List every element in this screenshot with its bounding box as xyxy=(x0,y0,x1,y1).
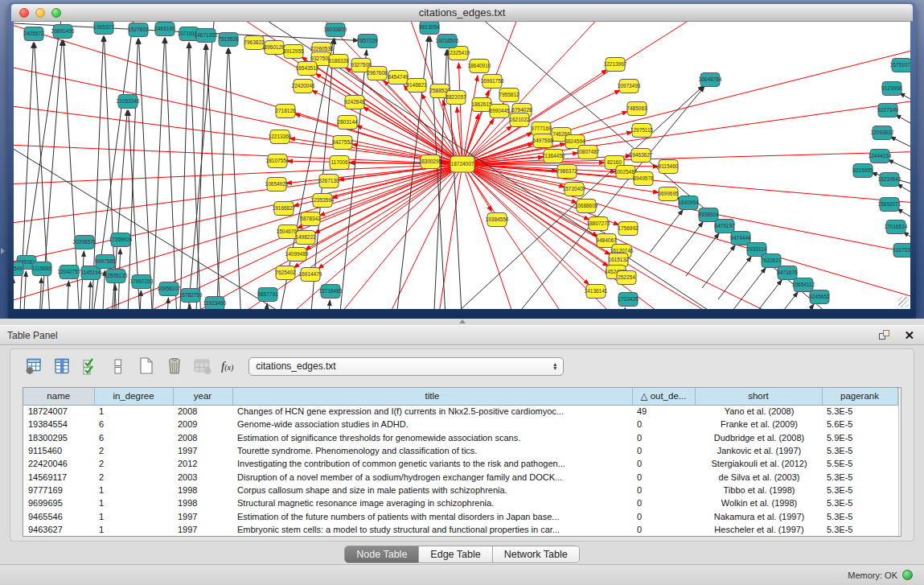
table-cell[interactable]: Franke et al. (2009) xyxy=(695,418,822,431)
graph-node-selected[interactable]: 18107554 xyxy=(266,154,290,168)
table-cell[interactable]: 1998 xyxy=(173,496,232,509)
column-header-title[interactable]: title xyxy=(232,388,632,405)
window-resize-grip[interactable] xyxy=(898,297,909,307)
graph-node[interactable]: 6466160 xyxy=(154,23,175,36)
graph-node[interactable]: 1065327 xyxy=(93,22,114,35)
graph-edge[interactable] xyxy=(179,43,189,309)
graph-node[interactable]: 7857229 xyxy=(357,35,378,48)
table-cell[interactable]: Hescheler et al. (1997) xyxy=(695,523,822,536)
graph-node[interactable]: 16210643 xyxy=(878,173,901,187)
table-cell[interactable]: 0 xyxy=(632,484,695,496)
table-settings-icon[interactable] xyxy=(24,356,43,376)
graph-node-selected[interactable]: 10654925 xyxy=(265,178,289,192)
graph-node-selected[interactable]: 117006 xyxy=(330,156,349,170)
graph-node-selected[interactable]: 19384554 xyxy=(486,213,509,227)
table-row[interactable]: 1872400712008Changes of HCN gene express… xyxy=(23,405,897,418)
table-cell[interactable]: 5.3E-5 xyxy=(822,470,897,483)
graph-node-selected[interactable]: 8822057 xyxy=(446,91,466,105)
deselect-all-icon[interactable] xyxy=(109,356,128,376)
graph-node[interactable]: 9857791 xyxy=(257,288,278,302)
graph-node[interactable]: 9227349 xyxy=(877,104,898,117)
select-all-icon[interactable] xyxy=(80,356,100,376)
graph-edge[interactable] xyxy=(215,48,228,309)
graph-node-selected[interactable]: 10807487 xyxy=(577,146,600,159)
graph-node-selected[interactable]: 9115460 xyxy=(659,160,679,174)
graph-node[interactable]: 21053346 xyxy=(117,95,140,109)
graph-node-selected[interactable]: 9146821 xyxy=(406,79,427,93)
table-cell[interactable]: Estimation of the future numbers of pati… xyxy=(232,509,632,522)
graph-node-selected[interactable]: 7955812 xyxy=(499,89,519,102)
graph-edge[interactable] xyxy=(909,70,910,91)
table-cell[interactable]: 5.5E-5 xyxy=(822,457,897,470)
graph-node-selected[interactable]: 9242848 xyxy=(344,96,365,109)
table-cell[interactable]: 9463627 xyxy=(23,523,94,536)
graph-node-selected[interactable]: 12213967 xyxy=(604,58,627,72)
graph-edge[interactable] xyxy=(890,137,910,160)
graph-node-selected[interactable]: 12325419 xyxy=(447,47,470,60)
table-cell[interactable]: Corpus callosum shape and size in male p… xyxy=(232,484,632,496)
table-cell[interactable]: Investigating the contribution of common… xyxy=(232,457,632,470)
graph-edge[interactable] xyxy=(88,282,91,309)
graph-edge[interactable] xyxy=(650,210,683,253)
graph-node[interactable]: 8813054 xyxy=(419,22,440,35)
graph-edge[interactable] xyxy=(65,281,68,309)
table-row[interactable]: 1830029562008Estimation of significance … xyxy=(23,431,897,444)
graph-node-selected[interactable]: 8912955 xyxy=(283,45,304,59)
graph-node[interactable]: 20891406 xyxy=(51,25,75,39)
graph-node[interactable]: 8215955 xyxy=(852,164,873,178)
graph-node[interactable]: 2405572 xyxy=(23,27,44,41)
table-cell[interactable]: 2 xyxy=(94,470,173,483)
graph-node[interactable]: 15751074 xyxy=(890,59,910,72)
graph-node[interactable]: 15692071 xyxy=(878,198,901,212)
graph-node-selected[interactable]: 8427552 xyxy=(332,136,353,150)
graph-node-selected[interactable]: 7963822 xyxy=(244,36,265,50)
new-table-icon[interactable] xyxy=(137,356,156,376)
graph-node-selected[interactable]: 10688609 xyxy=(575,200,598,213)
graph-node-selected[interactable]: 18724007 xyxy=(450,156,474,172)
table-cell[interactable]: 2008 xyxy=(173,431,232,444)
graph-node-selected[interactable]: 8960128 xyxy=(264,41,285,55)
graph-node[interactable]: 19218506 xyxy=(436,35,459,48)
table-cell[interactable]: 1 xyxy=(94,509,173,522)
table-cell[interactable]: 0 xyxy=(632,509,695,522)
graph-node[interactable]: 15716485 xyxy=(319,285,343,299)
graph-edge[interactable] xyxy=(228,48,243,309)
table-cell[interactable]: 9465546 xyxy=(23,509,94,522)
graph-node-selected[interactable]: 1498222 xyxy=(295,231,316,245)
graph-edge[interactable] xyxy=(670,222,703,265)
table-cell[interactable]: 22420046 xyxy=(23,457,94,470)
column-header-year[interactable]: year xyxy=(173,388,232,405)
graph-edge[interactable] xyxy=(165,38,179,309)
graph-node-selected[interactable]: 7625402 xyxy=(275,266,296,280)
graph-node[interactable]: 9474444 xyxy=(730,232,751,245)
graph-edge[interactable] xyxy=(186,304,190,309)
table-cell[interactable]: de Silva et al. (2003) xyxy=(695,470,822,483)
table-row[interactable]: 969969511998Structural magnetic resonanc… xyxy=(23,496,897,509)
graph-node[interactable]: 9997585 xyxy=(95,255,116,269)
table-row[interactable]: 1938455462009Genome-wide association stu… xyxy=(23,418,897,431)
table-vertical-scrollbar[interactable] xyxy=(898,388,901,536)
graph-node[interactable]: 11923466 xyxy=(203,297,227,310)
close-panel-icon[interactable]: ✕ xyxy=(904,329,914,341)
graph-node-selected[interactable]: 14136141 xyxy=(585,285,608,299)
table-cell[interactable]: Wolkin et al. (1998) xyxy=(695,496,822,509)
graph-node-selected[interactable]: 8949576 xyxy=(633,172,654,186)
graph-edge[interactable] xyxy=(14,164,462,187)
graph-edge[interactable] xyxy=(781,304,814,309)
graph-node-selected[interactable]: 2967608 xyxy=(367,67,388,80)
graph-node-selected[interactable]: 8186328 xyxy=(328,55,349,68)
graph-edge[interactable] xyxy=(765,292,798,309)
graph-node-selected[interactable]: 16543512 xyxy=(296,62,319,76)
table-cell[interactable]: 0 xyxy=(632,496,695,509)
table-row[interactable]: 946554611997Estimation of the future num… xyxy=(23,509,897,522)
table-cell[interactable]: 1 xyxy=(94,484,173,496)
graph-node[interactable]: 12042757 xyxy=(58,266,81,279)
graph-node[interactable]: 6479197 xyxy=(714,220,735,233)
graph-node[interactable]: 17957253 xyxy=(130,275,154,289)
table-cell[interactable]: 19384554 xyxy=(23,418,94,431)
table-cell[interactable]: Changes of HCN gene expression and I(f) … xyxy=(232,405,632,418)
graph-node[interactable]: 8938924 xyxy=(698,208,719,222)
graph-node[interactable]: 7515526 xyxy=(218,33,239,47)
graph-edge[interactable] xyxy=(207,44,223,309)
table-cell[interactable]: Dudbridge et al. (2008) xyxy=(695,431,822,444)
